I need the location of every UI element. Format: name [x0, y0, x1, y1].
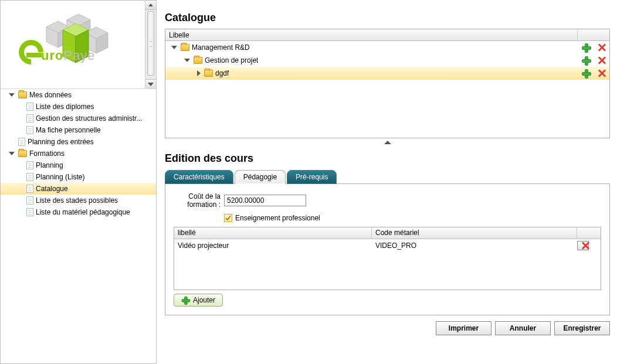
add-material-label: Ajouter — [193, 296, 215, 304]
delete-icon — [581, 241, 585, 250]
row-delete-button[interactable] — [594, 56, 609, 64]
sidebar-item-2[interactable]: Gestion des structures administr... — [1, 113, 156, 124]
sidebar-item-5[interactable]: Formations — [1, 148, 156, 159]
catalog-grid: Libelle Management R&DGestion de projetd… — [165, 29, 610, 138]
sidebar-item-0[interactable]: Mes données — [1, 89, 156, 101]
folder-icon — [18, 91, 27, 98]
save-button[interactable]: Enregistrer — [554, 321, 610, 335]
page-icon — [26, 196, 33, 205]
sidebar-item-label: Gestion des structures administr... — [36, 114, 142, 123]
folder-icon — [194, 57, 202, 64]
sidebar-item-label: Liste des stades possibles — [36, 196, 118, 205]
tab-panel-pedagogie: Coût de la formation : Enseignement prof… — [165, 183, 610, 315]
chevron-right-icon — [197, 70, 201, 76]
plus-icon — [182, 296, 189, 304]
sidebar-nav: Mes donnéesListe des diplomesGestion des… — [1, 89, 156, 218]
scroll-up-icon[interactable] — [145, 1, 156, 10]
page-icon — [26, 185, 33, 193]
plus-icon — [582, 43, 590, 52]
catalog-row-label: Gestion de projet — [205, 56, 258, 64]
sidebar-item-8[interactable]: Catalogue — [1, 183, 156, 195]
sidebar-item-7[interactable]: Planning (Liste) — [1, 171, 156, 183]
sidebar-item-4[interactable]: Planning des entrées — [1, 136, 156, 148]
row-delete-button[interactable] — [594, 69, 609, 77]
tab-bar: Caractéristiques Pédagogie Pré-requis — [165, 170, 610, 184]
scroll-down-icon[interactable] — [145, 79, 156, 89]
catalog-row-1[interactable]: Gestion de projet — [165, 54, 609, 67]
sidebar-item-label: Planning — [36, 161, 63, 169]
chevron-down-icon — [9, 93, 15, 97]
cost-input[interactable] — [224, 195, 306, 206]
catalog-row-label: Management R&D — [192, 43, 250, 52]
material-row-0[interactable]: Vidéo projecteurVIDEO_PRO — [174, 239, 601, 252]
page-icon — [26, 103, 33, 111]
sidebar-item-3[interactable]: Ma fiche personnelle — [1, 124, 156, 136]
chevron-down-icon — [171, 46, 177, 49]
chevron-down-icon — [9, 152, 15, 155]
tab-pedagogie[interactable]: Pédagogie — [235, 170, 286, 184]
resizer-grip-icon — [384, 141, 391, 144]
sidebar-item-label: Formations — [29, 149, 65, 158]
material-delete-button[interactable] — [577, 241, 589, 250]
sidebar-item-10[interactable]: Liste du matériel pédagogique — [1, 206, 156, 218]
sidebar-item-label: Liste du matériel pédagogique — [36, 208, 130, 216]
sidebar-item-9[interactable]: Liste des stades possibles — [1, 195, 156, 206]
tab-prerequis[interactable]: Pré-requis — [287, 170, 337, 184]
materials-col-libelle[interactable]: libellé — [174, 227, 372, 239]
materials-col-code[interactable]: Code métariel — [372, 227, 577, 239]
row-add-button[interactable] — [578, 43, 594, 52]
delete-icon — [598, 56, 606, 64]
catalog-header: Libelle — [165, 29, 609, 41]
add-material-button[interactable]: Ajouter — [174, 294, 223, 307]
catalog-row-2[interactable]: dgdf — [165, 67, 609, 80]
brand-logo: uroPaye — [1, 1, 145, 89]
page-icon — [18, 138, 25, 146]
sidebar-item-label: Planning des entrées — [28, 138, 94, 146]
page-icon — [26, 208, 33, 216]
brand-name: uroPaye — [41, 48, 96, 63]
sidebar: uroPaye Mes donnéesListe des diplomesGes… — [0, 0, 157, 364]
plus-icon — [582, 69, 590, 77]
row-add-button[interactable] — [578, 56, 594, 64]
page-icon — [26, 114, 33, 123]
delete-icon — [598, 43, 606, 52]
folder-icon — [204, 70, 213, 77]
tab-caracteristiques[interactable]: Caractéristiques — [165, 170, 233, 184]
chevron-down-icon — [184, 59, 190, 62]
sidebar-scrollbar[interactable] — [145, 1, 156, 89]
cancel-button[interactable]: Annuler — [495, 321, 551, 335]
page-icon — [26, 161, 33, 169]
catalog-row-label: dgdf — [215, 69, 229, 77]
sidebar-item-6[interactable]: Planning — [1, 159, 156, 171]
editor-heading: Edition des cours — [165, 152, 610, 165]
print-button[interactable]: Imprimer — [436, 321, 491, 335]
sidebar-item-label: Liste des diplomes — [36, 103, 94, 111]
sidebar-item-label: Ma fiche personnelle — [36, 126, 101, 134]
row-delete-button[interactable] — [594, 43, 609, 52]
sidebar-item-1[interactable]: Liste des diplomes — [1, 101, 156, 113]
col-libelle-header[interactable]: Libelle — [165, 29, 578, 41]
catalog-row-0[interactable]: Management R&D — [165, 41, 609, 54]
pro-checkbox-label: Enseignement professionel — [235, 214, 320, 222]
horizontal-resizer[interactable] — [165, 138, 610, 147]
material-code: VIDEO_PRO — [372, 241, 577, 250]
sidebar-item-label: Mes données — [29, 91, 72, 99]
cost-label: Coût de la formation : — [174, 192, 221, 209]
page-icon — [26, 173, 33, 181]
catalog-heading: Catalogue — [165, 12, 610, 24]
material-libelle: Vidéo projecteur — [174, 241, 372, 250]
delete-icon — [598, 69, 606, 77]
footer-buttons: Imprimer Annuler Enregistrer — [165, 321, 610, 335]
row-add-button[interactable] — [578, 69, 594, 77]
checkbox-icon — [224, 214, 232, 222]
folder-icon — [18, 150, 27, 157]
materials-grid: libellé Code métariel Vidéo projecteurVI… — [174, 227, 601, 290]
page-icon — [26, 126, 33, 134]
plus-icon — [582, 56, 590, 64]
scroll-thumb[interactable] — [147, 11, 154, 76]
sidebar-item-label: Catalogue — [36, 185, 68, 193]
folder-icon — [181, 44, 189, 51]
main-panel: Catalogue Libelle Management R&DGestion … — [157, 0, 617, 364]
sidebar-item-label: Planning (Liste) — [36, 173, 84, 181]
pro-checkbox[interactable]: Enseignement professionel — [224, 214, 320, 222]
